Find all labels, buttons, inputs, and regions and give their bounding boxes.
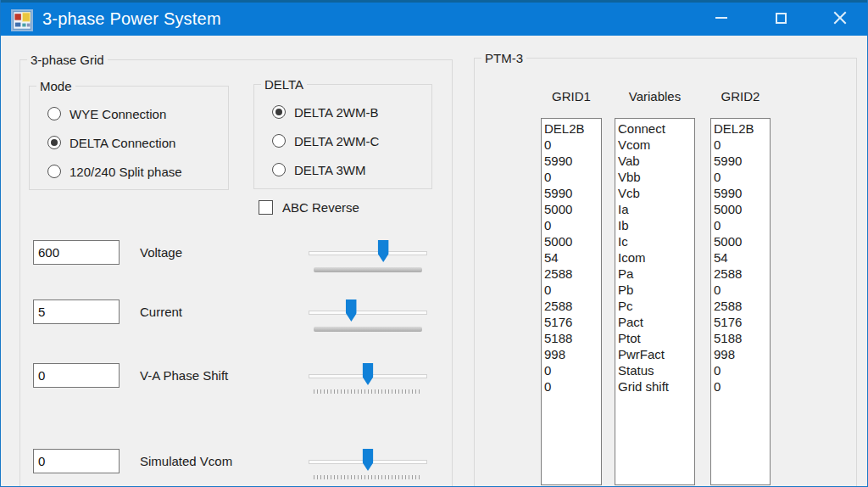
list-item[interactable]: Ic <box>618 233 694 249</box>
mode-radio-option[interactable]: 120/240 Split phase <box>30 157 228 186</box>
slider-tickbar <box>314 389 422 394</box>
variables-column: Variables ConnectVcomVabVbbVcbIaIbIcIcom… <box>615 89 695 485</box>
list-item[interactable]: 998 <box>544 346 601 362</box>
grid-groupbox-title: 3-phase Grid <box>27 53 108 67</box>
slider-thumb[interactable] <box>378 240 389 262</box>
list-item[interactable]: DEL2B <box>544 120 601 137</box>
radio-icon <box>272 105 286 119</box>
list-item[interactable]: Ia <box>618 201 694 217</box>
list-item[interactable]: Ib <box>618 217 694 233</box>
list-item[interactable]: 2588 <box>714 266 770 282</box>
list-item[interactable]: Vab <box>618 153 694 169</box>
list-item[interactable]: 54 <box>714 249 770 266</box>
minimize-button[interactable] <box>692 0 751 36</box>
delta-options: DELTA 2WM-B DELTA 2WM-C DELTA 3WM <box>254 85 431 184</box>
list-item[interactable]: 5000 <box>714 233 770 249</box>
field-row: Voltage <box>33 238 448 274</box>
list-item[interactable]: Pact <box>618 314 694 330</box>
list-item[interactable]: 0 <box>544 217 601 233</box>
slider-track[interactable] <box>309 311 427 315</box>
grid2-header: GRID2 <box>710 89 771 106</box>
list-item[interactable]: DEL2B <box>714 120 770 137</box>
list-item[interactable]: 0 <box>714 137 770 153</box>
abc-reverse-checkbox[interactable]: ABC Reverse <box>259 200 359 215</box>
slider-track[interactable] <box>309 251 427 255</box>
slider-tickbar <box>314 267 422 272</box>
grid2-column: GRID2 DEL2B05990059905000050005425880258… <box>710 89 771 485</box>
checkbox-icon <box>259 200 273 215</box>
list-item[interactable]: 5990 <box>714 185 770 201</box>
grid1-listbox[interactable]: DEL2B05990059905000050005425880258851765… <box>541 118 602 485</box>
delta-radio-option[interactable]: DELTA 3WM <box>254 155 431 184</box>
radio-label: DELTA Connection <box>70 136 175 150</box>
radio-label: DELTA 2WM-C <box>294 134 379 148</box>
value-input[interactable] <box>33 363 120 388</box>
mode-radio-option[interactable]: DELTA Connection <box>30 128 228 157</box>
variables-header: Variables <box>615 89 695 106</box>
list-item[interactable]: 2588 <box>544 298 601 314</box>
mode-radio-option[interactable]: WYE Connection <box>30 99 228 128</box>
slider-thumb[interactable] <box>363 449 374 471</box>
list-item[interactable]: 0 <box>544 378 601 395</box>
mode-options: WYE Connection DELTA Connection 120/240 … <box>30 87 228 186</box>
list-item[interactable]: 0 <box>544 137 601 153</box>
list-item[interactable]: 0 <box>714 217 770 233</box>
list-item[interactable]: 0 <box>714 362 770 378</box>
list-item[interactable]: 5990 <box>714 153 770 169</box>
list-item[interactable]: 0 <box>714 282 770 298</box>
list-item[interactable]: 998 <box>714 346 770 362</box>
value-input[interactable] <box>33 449 120 473</box>
list-item[interactable]: 5176 <box>544 314 601 330</box>
list-item[interactable]: 0 <box>714 378 770 395</box>
list-item[interactable]: 5000 <box>714 201 770 217</box>
radio-icon <box>47 165 61 178</box>
slider[interactable] <box>309 361 427 397</box>
list-item[interactable]: Connect <box>618 120 694 137</box>
list-item[interactable]: Grid shift <box>618 378 694 395</box>
list-item[interactable]: 5176 <box>714 314 770 330</box>
list-item[interactable]: Icom <box>618 249 694 266</box>
list-item[interactable]: 2588 <box>714 298 770 314</box>
list-item[interactable]: 5188 <box>714 330 770 346</box>
list-item[interactable]: PwrFact <box>618 346 694 362</box>
value-input[interactable] <box>33 240 120 265</box>
grid2-listbox[interactable]: DEL2B05990059905000050005425880258851765… <box>710 118 771 485</box>
list-item[interactable]: 54 <box>544 249 601 266</box>
list-item[interactable]: Ptot <box>618 330 694 346</box>
delta-radio-option[interactable]: DELTA 2WM-C <box>254 126 431 155</box>
maximize-button[interactable] <box>751 0 810 36</box>
slider-tickbar <box>314 475 422 479</box>
list-item[interactable]: 0 <box>714 169 770 185</box>
list-item[interactable]: Vbb <box>618 169 694 185</box>
list-item[interactable]: 5990 <box>544 153 601 169</box>
list-item[interactable]: 5990 <box>544 185 601 201</box>
list-item[interactable]: 0 <box>544 282 601 298</box>
slider[interactable] <box>309 447 427 483</box>
slider[interactable] <box>309 238 427 274</box>
list-item[interactable]: Status <box>618 362 694 378</box>
field-row: V-A Phase Shift <box>33 361 448 397</box>
field-row: Simulated Vcom <box>33 447 448 483</box>
list-item[interactable]: 2588 <box>544 266 601 282</box>
list-item[interactable]: 0 <box>544 362 601 378</box>
grid-groupbox: 3-phase Grid Mode WYE Connection DELTA C… <box>19 59 453 487</box>
value-input[interactable] <box>33 299 120 324</box>
list-item[interactable]: Pb <box>618 282 694 298</box>
grid1-column: GRID1 DEL2B05990059905000050005425880258… <box>541 89 602 485</box>
list-item[interactable]: Pc <box>618 298 694 314</box>
list-item[interactable]: Vcb <box>618 185 694 201</box>
list-item[interactable]: Vcom <box>618 137 694 153</box>
slider-thumb[interactable] <box>346 299 357 322</box>
delta-radio-option[interactable]: DELTA 2WM-B <box>254 98 431 126</box>
close-button[interactable] <box>810 0 868 36</box>
list-item[interactable]: 5000 <box>544 233 601 249</box>
list-item[interactable]: 5000 <box>544 201 601 217</box>
slider-thumb[interactable] <box>363 363 374 385</box>
variables-listbox[interactable]: ConnectVcomVabVbbVcbIaIbIcIcomPaPbPcPact… <box>615 118 695 485</box>
list-item[interactable]: Pa <box>618 266 694 282</box>
titlebar: 3-phase Power System <box>0 0 868 36</box>
list-item[interactable]: 5188 <box>544 330 601 346</box>
list-item[interactable]: 0 <box>544 169 601 185</box>
mode-groupbox: Mode WYE Connection DELTA Connection 120… <box>29 86 229 190</box>
slider[interactable] <box>309 298 427 333</box>
